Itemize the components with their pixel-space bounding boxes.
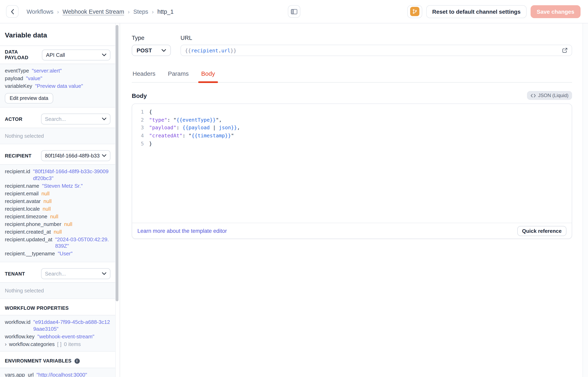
- workflow-var-list: workflow.id"e91ddae4-7f99-45cb-a688-3c12…: [5, 319, 110, 340]
- variable-row: recipient.name"Steven Metz Sr.": [5, 183, 110, 189]
- line-number: 3: [137, 124, 144, 132]
- breadcrumb-item-webhook-event-stream[interactable]: Webhook Event Stream: [63, 8, 124, 15]
- tab-bar: HeadersParamsBody: [132, 70, 572, 82]
- token: :: [176, 125, 182, 131]
- chevron-right-icon: ›: [5, 341, 7, 348]
- recipient-label: RECIPIENT: [5, 153, 31, 158]
- step-editor-main: Type POST URL {{recipient.url}}: [120, 23, 588, 377]
- url-field: URL {{recipient.url}}: [180, 35, 572, 56]
- code-tokens: "createdAt": "{{timestamp}}": [149, 132, 234, 140]
- commit-changes-button[interactable]: [407, 5, 422, 18]
- variable-value: "value": [26, 75, 110, 82]
- chevron-down-icon: [102, 154, 106, 157]
- variable-key: recipient.email: [5, 190, 39, 197]
- variable-key: payload: [5, 75, 23, 82]
- reset-channel-settings-button[interactable]: Reset to default channel settings: [426, 5, 527, 18]
- variable-row: recipient.created_atnull: [5, 229, 110, 235]
- tenant-search-select[interactable]: Search...: [41, 268, 110, 279]
- line-number: 1: [137, 108, 144, 116]
- data-payload-row: DATA PAYLOAD API Call: [0, 46, 115, 64]
- open-url-button[interactable]: [562, 47, 568, 53]
- breadcrumb-separator: ›: [128, 8, 129, 15]
- variable-key: workflow.id: [5, 319, 30, 332]
- body-section-title: Body: [132, 92, 147, 99]
- sidebar-scrollbar[interactable]: [116, 25, 118, 301]
- token: :: [167, 117, 173, 123]
- variable-key: recipient.__typename: [5, 250, 55, 257]
- workflow-categories-key: workflow.categories: [9, 341, 55, 348]
- actor-label: ACTOR: [5, 116, 22, 122]
- variable-key: variableKey: [5, 83, 32, 90]
- variable-value: "2024-03-05T00:42:29.839Z": [55, 236, 110, 249]
- actor-search-select[interactable]: Search...: [41, 114, 110, 124]
- sidebar-toggle-button[interactable]: [288, 5, 300, 18]
- back-chevron-icon: [10, 9, 14, 14]
- variable-row: recipient.updated_at"2024-03-05T00:42:29…: [5, 236, 110, 249]
- url-label: URL: [180, 35, 572, 41]
- code-line: 1{: [137, 108, 567, 116]
- breadcrumb-item-workflows[interactable]: Workflows: [27, 8, 53, 15]
- quick-reference-button[interactable]: Quick reference: [517, 226, 566, 236]
- tab-params[interactable]: Params: [167, 70, 189, 82]
- line-number: 2: [137, 116, 144, 124]
- panel-toggle-icon: [291, 9, 297, 14]
- workflow-properties-panel: workflow.id"e91ddae4-7f99-45cb-a688-3c12…: [0, 315, 115, 352]
- token: url: [221, 47, 230, 53]
- variable-key: workflow.key: [5, 333, 35, 340]
- environment-variables-panel: vars.app_url"http://localhost:3000"vars.…: [0, 368, 115, 377]
- variable-value: "80f1f4bf-166d-48f9-b33c-39009df20bc3": [33, 168, 110, 182]
- token: recipient: [191, 47, 218, 53]
- breadcrumb-item-steps[interactable]: Steps: [133, 8, 148, 15]
- code-tokens: {: [149, 108, 152, 116]
- language-badge-label: JSON (Liquid): [538, 93, 568, 98]
- type-field: Type POST: [132, 35, 171, 56]
- actor-panel: Nothing selected: [0, 128, 115, 144]
- url-input[interactable]: {{recipient.url}}: [180, 45, 572, 56]
- template-editor-docs-link[interactable]: Learn more about the template editor: [137, 228, 227, 234]
- info-icon[interactable]: i: [74, 358, 80, 364]
- code-editor[interactable]: 1{2"type": "{{eventType}}",3"payload": {…: [132, 104, 572, 223]
- variable-row: recipient.avatarnull: [5, 198, 110, 205]
- line-number: 4: [137, 132, 144, 140]
- data-payload-panel: eventType"server:alert"payload"value"var…: [0, 64, 115, 107]
- data-payload-select[interactable]: API Call: [42, 49, 110, 60]
- recipient-selected-value: 80f1f4bf-166d-48f9-b33c: [45, 153, 99, 159]
- edit-preview-data-button[interactable]: Edit preview data: [5, 93, 53, 104]
- body-section-header: Body JSON (Liquid): [132, 91, 572, 100]
- variable-row: recipient.__typename"User": [5, 250, 110, 257]
- line-number: 5: [137, 140, 144, 148]
- token: {{: [185, 47, 191, 53]
- tab-headers[interactable]: Headers: [132, 70, 156, 82]
- environment-variables-header: ENVIRONMENT VARIABLES i: [0, 352, 115, 368]
- token: {{payload: [183, 125, 213, 131]
- chevron-down-icon: [102, 118, 106, 120]
- token: ": [188, 132, 192, 139]
- breadcrumb-separator: ›: [57, 8, 59, 15]
- recipient-select[interactable]: 80f1f4bf-166d-48f9-b33c: [41, 150, 110, 161]
- chevron-down-icon: [162, 49, 166, 52]
- active-tab-indicator: [199, 81, 218, 83]
- topbar-actions: Reset to default channel settings Save c…: [407, 5, 580, 18]
- page-scrollbar-gutter[interactable]: [582, 23, 588, 377]
- variable-key: recipient.timezone: [5, 213, 47, 220]
- request-config-row: Type POST URL {{recipient.url}}: [132, 35, 572, 56]
- variable-row: workflow.id"e91ddae4-7f99-45cb-a688-3c12…: [5, 319, 110, 332]
- sidebar-title: Variable data: [0, 23, 115, 46]
- variable-key: recipient.avatar: [5, 198, 41, 205]
- breadcrumb-item-http_1: http_1: [157, 8, 174, 15]
- workflow-categories-row[interactable]: › workflow.categories [ ] 0 items: [5, 341, 110, 348]
- tenant-search-placeholder: Search...: [45, 271, 99, 277]
- variable-value: null: [44, 198, 110, 205]
- variable-value: "Steven Metz Sr.": [42, 183, 110, 189]
- back-button[interactable]: [6, 5, 19, 18]
- tab-body[interactable]: Body: [200, 70, 216, 82]
- code-tokens: "payload": {{payload | json}},: [149, 124, 240, 132]
- code-line: 4"createdAt": "{{timestamp}}": [137, 132, 567, 140]
- git-commit-icon: [410, 7, 419, 16]
- tenant-label: TENANT: [5, 271, 25, 276]
- http-method-select[interactable]: POST: [132, 45, 171, 56]
- payload-var-list: eventType"server:alert"payload"value"var…: [5, 68, 110, 90]
- save-changes-button[interactable]: Save changes: [530, 5, 580, 18]
- tab-label: Params: [168, 70, 188, 77]
- variable-value: null: [64, 221, 110, 228]
